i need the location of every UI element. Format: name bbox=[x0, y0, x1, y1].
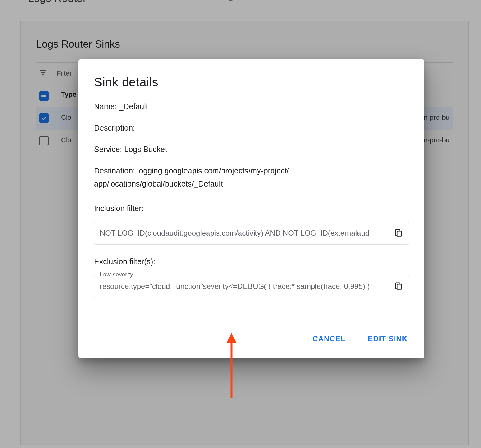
copy-exclusion-button[interactable] bbox=[394, 281, 404, 291]
exclusion-filter-box: Low-severity resource.type="cloud_functi… bbox=[94, 275, 409, 298]
field-service: Service: Logs Bucket bbox=[94, 143, 409, 155]
inclusion-filter-label: Inclusion filter: bbox=[94, 204, 409, 213]
copy-icon bbox=[394, 228, 403, 238]
dialog-title: Sink details bbox=[94, 75, 409, 89]
inclusion-filter-value: NOT LOG_ID(cloudaudit.googleapis.com/act… bbox=[100, 229, 386, 238]
exclusion-filter-legend: Low-severity bbox=[98, 271, 135, 278]
copy-icon bbox=[394, 281, 403, 291]
svg-rect-3 bbox=[397, 231, 401, 236]
field-name: Name: _Default bbox=[94, 100, 409, 113]
svg-rect-4 bbox=[397, 284, 401, 289]
copy-inclusion-button[interactable] bbox=[394, 228, 404, 238]
exclusion-filter-label: Exclusion filter(s): bbox=[94, 257, 409, 266]
cancel-button[interactable]: CANCEL bbox=[311, 332, 347, 346]
exclusion-filter-value: resource.type="cloud_function"severity<=… bbox=[100, 282, 386, 291]
field-description: Description: bbox=[94, 122, 409, 134]
dialog-actions: CANCEL EDIT SINK bbox=[94, 332, 409, 346]
edit-sink-button[interactable]: EDIT SINK bbox=[367, 332, 409, 346]
inclusion-filter-box: NOT LOG_ID(cloudaudit.googleapis.com/act… bbox=[94, 222, 409, 245]
sink-details-dialog: Sink details Name: _Default Description:… bbox=[78, 59, 424, 358]
field-destination: Destination: logging.googleapis.com/proj… bbox=[94, 164, 409, 190]
